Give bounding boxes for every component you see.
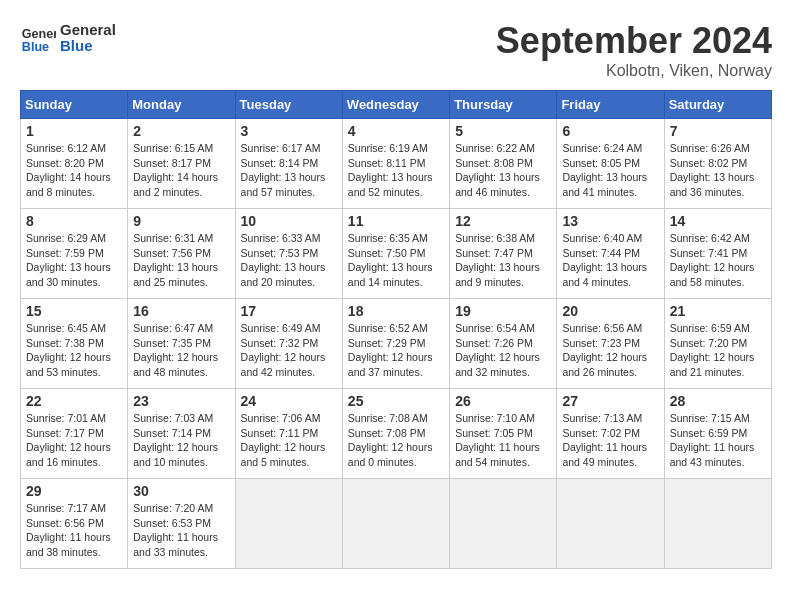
day-info: Sunrise: 6:49 AMSunset: 7:32 PMDaylight:… bbox=[241, 321, 337, 380]
day-info: Sunrise: 7:03 AMSunset: 7:14 PMDaylight:… bbox=[133, 411, 229, 470]
calendar-week-3: 15 Sunrise: 6:45 AMSunset: 7:38 PMDaylig… bbox=[21, 299, 772, 389]
day-number: 10 bbox=[241, 213, 337, 229]
day-info: Sunrise: 6:56 AMSunset: 7:23 PMDaylight:… bbox=[562, 321, 658, 380]
day-number: 13 bbox=[562, 213, 658, 229]
logo-general: General bbox=[60, 22, 116, 39]
day-number: 29 bbox=[26, 483, 122, 499]
day-info: Sunrise: 6:15 AMSunset: 8:17 PMDaylight:… bbox=[133, 141, 229, 200]
weekday-header-sunday: Sunday bbox=[21, 91, 128, 119]
calendar-cell: 14 Sunrise: 6:42 AMSunset: 7:41 PMDaylig… bbox=[664, 209, 771, 299]
day-info: Sunrise: 6:40 AMSunset: 7:44 PMDaylight:… bbox=[562, 231, 658, 290]
calendar-cell: 18 Sunrise: 6:52 AMSunset: 7:29 PMDaylig… bbox=[342, 299, 449, 389]
day-info: Sunrise: 6:19 AMSunset: 8:11 PMDaylight:… bbox=[348, 141, 444, 200]
calendar-cell: 28 Sunrise: 7:15 AMSunset: 6:59 PMDaylig… bbox=[664, 389, 771, 479]
calendar-cell: 30 Sunrise: 7:20 AMSunset: 6:53 PMDaylig… bbox=[128, 479, 235, 569]
logo-blue: Blue bbox=[60, 38, 116, 55]
page-header: General Blue General Blue September 2024… bbox=[20, 20, 772, 80]
calendar-week-4: 22 Sunrise: 7:01 AMSunset: 7:17 PMDaylig… bbox=[21, 389, 772, 479]
calendar-cell: 1 Sunrise: 6:12 AMSunset: 8:20 PMDayligh… bbox=[21, 119, 128, 209]
day-number: 12 bbox=[455, 213, 551, 229]
calendar-cell bbox=[664, 479, 771, 569]
day-number: 16 bbox=[133, 303, 229, 319]
day-number: 6 bbox=[562, 123, 658, 139]
day-number: 20 bbox=[562, 303, 658, 319]
day-info: Sunrise: 6:45 AMSunset: 7:38 PMDaylight:… bbox=[26, 321, 122, 380]
calendar-cell: 13 Sunrise: 6:40 AMSunset: 7:44 PMDaylig… bbox=[557, 209, 664, 299]
calendar-cell: 15 Sunrise: 6:45 AMSunset: 7:38 PMDaylig… bbox=[21, 299, 128, 389]
day-number: 18 bbox=[348, 303, 444, 319]
calendar-week-1: 1 Sunrise: 6:12 AMSunset: 8:20 PMDayligh… bbox=[21, 119, 772, 209]
logo: General Blue General Blue bbox=[20, 20, 116, 56]
calendar-cell: 12 Sunrise: 6:38 AMSunset: 7:47 PMDaylig… bbox=[450, 209, 557, 299]
calendar-cell: 27 Sunrise: 7:13 AMSunset: 7:02 PMDaylig… bbox=[557, 389, 664, 479]
calendar-cell: 2 Sunrise: 6:15 AMSunset: 8:17 PMDayligh… bbox=[128, 119, 235, 209]
calendar-cell: 9 Sunrise: 6:31 AMSunset: 7:56 PMDayligh… bbox=[128, 209, 235, 299]
day-number: 2 bbox=[133, 123, 229, 139]
day-info: Sunrise: 7:15 AMSunset: 6:59 PMDaylight:… bbox=[670, 411, 766, 470]
day-info: Sunrise: 7:06 AMSunset: 7:11 PMDaylight:… bbox=[241, 411, 337, 470]
day-number: 27 bbox=[562, 393, 658, 409]
title-block: September 2024 Kolbotn, Viken, Norway bbox=[496, 20, 772, 80]
logo-icon: General Blue bbox=[20, 20, 56, 56]
day-number: 22 bbox=[26, 393, 122, 409]
calendar-table: SundayMondayTuesdayWednesdayThursdayFrid… bbox=[20, 90, 772, 569]
calendar-cell: 10 Sunrise: 6:33 AMSunset: 7:53 PMDaylig… bbox=[235, 209, 342, 299]
weekday-header-row: SundayMondayTuesdayWednesdayThursdayFrid… bbox=[21, 91, 772, 119]
day-info: Sunrise: 6:38 AMSunset: 7:47 PMDaylight:… bbox=[455, 231, 551, 290]
day-number: 9 bbox=[133, 213, 229, 229]
weekday-header-wednesday: Wednesday bbox=[342, 91, 449, 119]
calendar-cell: 3 Sunrise: 6:17 AMSunset: 8:14 PMDayligh… bbox=[235, 119, 342, 209]
calendar-week-2: 8 Sunrise: 6:29 AMSunset: 7:59 PMDayligh… bbox=[21, 209, 772, 299]
calendar-cell: 19 Sunrise: 6:54 AMSunset: 7:26 PMDaylig… bbox=[450, 299, 557, 389]
day-number: 30 bbox=[133, 483, 229, 499]
day-number: 24 bbox=[241, 393, 337, 409]
day-number: 5 bbox=[455, 123, 551, 139]
calendar-cell: 29 Sunrise: 7:17 AMSunset: 6:56 PMDaylig… bbox=[21, 479, 128, 569]
day-info: Sunrise: 6:17 AMSunset: 8:14 PMDaylight:… bbox=[241, 141, 337, 200]
day-info: Sunrise: 7:10 AMSunset: 7:05 PMDaylight:… bbox=[455, 411, 551, 470]
calendar-cell: 20 Sunrise: 6:56 AMSunset: 7:23 PMDaylig… bbox=[557, 299, 664, 389]
calendar-week-5: 29 Sunrise: 7:17 AMSunset: 6:56 PMDaylig… bbox=[21, 479, 772, 569]
day-number: 19 bbox=[455, 303, 551, 319]
weekday-header-saturday: Saturday bbox=[664, 91, 771, 119]
day-number: 26 bbox=[455, 393, 551, 409]
calendar-cell: 22 Sunrise: 7:01 AMSunset: 7:17 PMDaylig… bbox=[21, 389, 128, 479]
calendar-cell: 24 Sunrise: 7:06 AMSunset: 7:11 PMDaylig… bbox=[235, 389, 342, 479]
day-info: Sunrise: 6:12 AMSunset: 8:20 PMDaylight:… bbox=[26, 141, 122, 200]
day-info: Sunrise: 6:42 AMSunset: 7:41 PMDaylight:… bbox=[670, 231, 766, 290]
day-info: Sunrise: 7:20 AMSunset: 6:53 PMDaylight:… bbox=[133, 501, 229, 560]
day-number: 7 bbox=[670, 123, 766, 139]
day-number: 17 bbox=[241, 303, 337, 319]
day-number: 3 bbox=[241, 123, 337, 139]
day-info: Sunrise: 7:08 AMSunset: 7:08 PMDaylight:… bbox=[348, 411, 444, 470]
calendar-cell bbox=[450, 479, 557, 569]
day-info: Sunrise: 6:24 AMSunset: 8:05 PMDaylight:… bbox=[562, 141, 658, 200]
calendar-cell: 11 Sunrise: 6:35 AMSunset: 7:50 PMDaylig… bbox=[342, 209, 449, 299]
day-info: Sunrise: 7:01 AMSunset: 7:17 PMDaylight:… bbox=[26, 411, 122, 470]
calendar-body: 1 Sunrise: 6:12 AMSunset: 8:20 PMDayligh… bbox=[21, 119, 772, 569]
calendar-cell: 16 Sunrise: 6:47 AMSunset: 7:35 PMDaylig… bbox=[128, 299, 235, 389]
day-number: 4 bbox=[348, 123, 444, 139]
calendar-cell: 8 Sunrise: 6:29 AMSunset: 7:59 PMDayligh… bbox=[21, 209, 128, 299]
weekday-header-tuesday: Tuesday bbox=[235, 91, 342, 119]
calendar-cell: 6 Sunrise: 6:24 AMSunset: 8:05 PMDayligh… bbox=[557, 119, 664, 209]
calendar-cell: 23 Sunrise: 7:03 AMSunset: 7:14 PMDaylig… bbox=[128, 389, 235, 479]
day-info: Sunrise: 6:59 AMSunset: 7:20 PMDaylight:… bbox=[670, 321, 766, 380]
day-info: Sunrise: 7:17 AMSunset: 6:56 PMDaylight:… bbox=[26, 501, 122, 560]
calendar-header: SundayMondayTuesdayWednesdayThursdayFrid… bbox=[21, 91, 772, 119]
calendar-cell bbox=[342, 479, 449, 569]
day-info: Sunrise: 6:47 AMSunset: 7:35 PMDaylight:… bbox=[133, 321, 229, 380]
day-number: 8 bbox=[26, 213, 122, 229]
day-number: 21 bbox=[670, 303, 766, 319]
day-info: Sunrise: 6:26 AMSunset: 8:02 PMDaylight:… bbox=[670, 141, 766, 200]
weekday-header-monday: Monday bbox=[128, 91, 235, 119]
day-info: Sunrise: 7:13 AMSunset: 7:02 PMDaylight:… bbox=[562, 411, 658, 470]
day-info: Sunrise: 6:31 AMSunset: 7:56 PMDaylight:… bbox=[133, 231, 229, 290]
calendar-cell: 21 Sunrise: 6:59 AMSunset: 7:20 PMDaylig… bbox=[664, 299, 771, 389]
day-info: Sunrise: 6:22 AMSunset: 8:08 PMDaylight:… bbox=[455, 141, 551, 200]
day-number: 14 bbox=[670, 213, 766, 229]
calendar-cell: 26 Sunrise: 7:10 AMSunset: 7:05 PMDaylig… bbox=[450, 389, 557, 479]
day-number: 28 bbox=[670, 393, 766, 409]
weekday-header-friday: Friday bbox=[557, 91, 664, 119]
day-info: Sunrise: 6:52 AMSunset: 7:29 PMDaylight:… bbox=[348, 321, 444, 380]
